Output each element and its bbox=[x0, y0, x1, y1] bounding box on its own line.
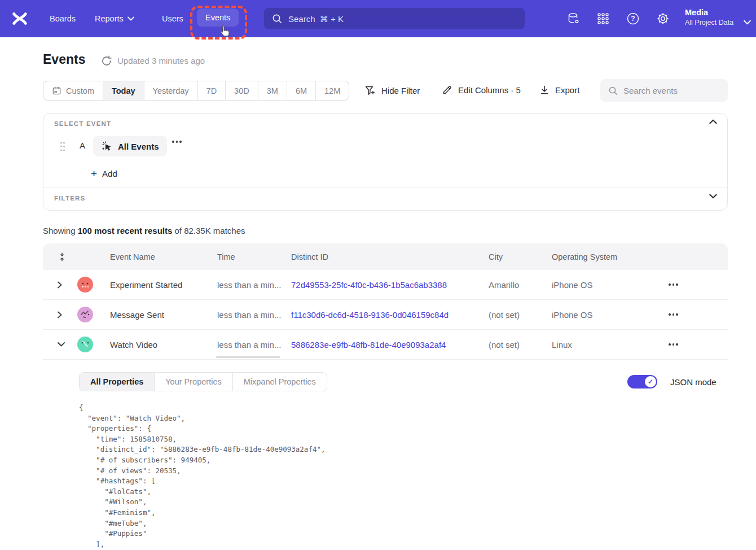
step-letter: A bbox=[80, 141, 85, 150]
chevron-down-icon bbox=[128, 16, 134, 21]
event-more-options-icon[interactable] bbox=[172, 141, 182, 143]
collapse-all-icon[interactable] bbox=[43, 252, 70, 262]
global-search[interactable] bbox=[264, 8, 525, 29]
export-button[interactable]: Export bbox=[539, 85, 579, 95]
date-option-30d[interactable]: 30D bbox=[225, 81, 258, 100]
cursor-click-icon bbox=[101, 141, 113, 152]
select-event-label: SELECT EVENT bbox=[54, 120, 111, 127]
funnel-icon bbox=[364, 85, 376, 96]
pencil-icon bbox=[442, 85, 452, 95]
chevron-down-icon[interactable] bbox=[709, 194, 717, 199]
distinct-id-link[interactable]: 5886283e-e9fb-48fb-81de-40e9093a2af4 bbox=[291, 340, 489, 350]
query-builder-card: SELECT EVENT A All Events + bbox=[43, 113, 728, 211]
distinct-id-link[interactable]: 72d49553-25fc-4f0c-b436-1b5ac6ab3388 bbox=[291, 280, 489, 290]
filters-label: FILTERS bbox=[54, 195, 85, 202]
row-menu-icon[interactable] bbox=[669, 343, 728, 346]
table-row[interactable]: Message Sent less than a min... f11c30d6… bbox=[43, 300, 728, 330]
tab-your-properties[interactable]: Your Properties bbox=[154, 373, 232, 391]
nav-item-reports[interactable]: Reports bbox=[95, 0, 134, 37]
event-detail-panel: All Properties Your Properties Mixpanel … bbox=[43, 360, 728, 550]
column-header-city[interactable]: City bbox=[489, 252, 552, 261]
date-option-6m[interactable]: 6M bbox=[287, 81, 315, 100]
tab-all-properties[interactable]: All Properties bbox=[80, 373, 154, 391]
city-value: Amarillo bbox=[489, 280, 552, 290]
drag-handle-icon[interactable] bbox=[59, 141, 66, 152]
add-event-button[interactable]: + Add bbox=[89, 165, 120, 182]
date-option-custom[interactable]: Custom bbox=[43, 81, 103, 100]
nav-item-users[interactable]: Users bbox=[162, 0, 183, 37]
refresh-icon[interactable] bbox=[101, 55, 112, 67]
json-mode-toggle[interactable]: ✓ bbox=[627, 375, 657, 389]
tab-mixpanel-properties[interactable]: Mixpanel Properties bbox=[232, 373, 327, 391]
table-header-row: Event Name Time Distinct ID City Operati… bbox=[43, 243, 728, 270]
edit-columns-button[interactable]: Edit Columns · 5 bbox=[442, 85, 521, 95]
results-summary: Showing 100 most recent results of 82.35… bbox=[43, 226, 245, 235]
search-icon bbox=[272, 14, 282, 24]
event-avatar bbox=[77, 307, 93, 322]
date-option-7d[interactable]: 7D bbox=[197, 81, 226, 100]
column-header-time[interactable]: Time bbox=[217, 252, 291, 261]
collapse-row-chevron-down-icon[interactable] bbox=[43, 342, 70, 347]
event-time: less than a min... bbox=[217, 340, 291, 350]
properties-tabs: All Properties Your Properties Mixpanel … bbox=[79, 372, 327, 391]
project-chevron-down-icon[interactable] bbox=[740, 15, 754, 29]
event-json-content: { "event": "Watch Video", "properties": … bbox=[79, 403, 326, 549]
data-management-icon[interactable] bbox=[567, 12, 581, 25]
nav-item-boards[interactable]: Boards bbox=[50, 0, 76, 37]
date-option-yesterday[interactable]: Yesterday bbox=[144, 81, 197, 100]
project-selector[interactable]: Media All Project Data bbox=[685, 8, 733, 27]
page-title: Events bbox=[43, 52, 85, 67]
event-name: Watch Video bbox=[110, 340, 217, 350]
search-icon bbox=[608, 86, 618, 95]
events-table: Event Name Time Distinct ID City Operati… bbox=[43, 243, 728, 360]
event-avatar bbox=[77, 277, 93, 293]
row-menu-icon[interactable] bbox=[669, 283, 728, 286]
date-option-today[interactable]: Today bbox=[103, 81, 144, 100]
date-range-control: Custom Today Yesterday 7D 30D 3M 6M 12M bbox=[43, 81, 349, 101]
row-menu-icon[interactable] bbox=[669, 313, 728, 316]
top-navbar: Boards Reports Users Events bbox=[0, 0, 756, 37]
nav-item-events[interactable]: Events bbox=[197, 8, 239, 27]
event-avatar bbox=[77, 337, 93, 352]
column-header-os[interactable]: Operating System bbox=[552, 252, 669, 261]
search-events-box[interactable] bbox=[600, 79, 728, 102]
table-row-expanded[interactable]: Watch Video less than a min... 5886283e-… bbox=[43, 330, 728, 360]
svg-text:?: ? bbox=[631, 15, 635, 23]
expand-row-chevron-right-icon[interactable] bbox=[43, 281, 70, 289]
project-name: Media bbox=[685, 8, 733, 17]
json-mode-label: JSON mode bbox=[670, 377, 717, 387]
search-events-input[interactable] bbox=[623, 86, 720, 95]
toggle-knob-check-icon: ✓ bbox=[645, 376, 656, 387]
hide-filter-button[interactable]: Hide Filter bbox=[364, 85, 420, 96]
apps-grid-icon[interactable] bbox=[596, 12, 610, 25]
os-value: Linux bbox=[552, 340, 669, 350]
table-row[interactable]: Experiment Started less than a min... 72… bbox=[43, 270, 728, 300]
os-value: iPhone OS bbox=[552, 280, 669, 290]
event-name: Message Sent bbox=[110, 310, 217, 320]
download-icon bbox=[539, 85, 550, 95]
date-option-12m[interactable]: 12M bbox=[315, 81, 349, 100]
date-option-3m[interactable]: 3M bbox=[258, 81, 287, 100]
global-search-input[interactable] bbox=[288, 14, 517, 24]
os-value: iPhone OS bbox=[552, 310, 669, 320]
horizontal-scrollbar-thumb[interactable] bbox=[216, 356, 280, 358]
last-updated-text: Updated 3 minutes ago bbox=[117, 56, 205, 66]
plus-icon: + bbox=[91, 169, 97, 178]
event-selector-chip[interactable]: All Events bbox=[93, 136, 167, 156]
expand-row-chevron-right-icon[interactable] bbox=[43, 311, 70, 318]
hand-cursor-icon bbox=[219, 25, 231, 38]
event-chip-label: All Events bbox=[118, 142, 159, 151]
chevron-up-icon[interactable] bbox=[709, 119, 717, 124]
column-header-event-name[interactable]: Event Name bbox=[110, 252, 217, 261]
help-icon[interactable]: ? bbox=[626, 12, 640, 25]
mixpanel-logo-icon[interactable] bbox=[11, 10, 28, 27]
city-value: (not set) bbox=[489, 310, 552, 320]
settings-gear-icon[interactable] bbox=[656, 12, 670, 25]
calendar-icon bbox=[52, 86, 61, 95]
event-time: less than a min... bbox=[217, 280, 291, 290]
events-page: Boards Reports Users Events bbox=[0, 0, 756, 550]
distinct-id-link[interactable]: f11c30d6-dc6d-4518-9136-0d046159c84d bbox=[291, 310, 489, 320]
card-divider bbox=[43, 187, 727, 187]
column-header-distinct-id[interactable]: Distinct ID bbox=[291, 252, 489, 261]
city-value: (not set) bbox=[489, 340, 552, 350]
